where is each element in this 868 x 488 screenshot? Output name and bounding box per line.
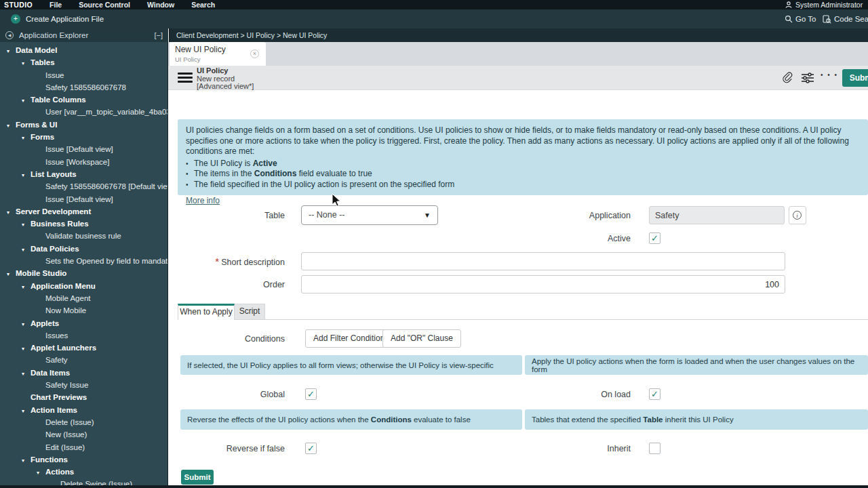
tree-item[interactable]: Validate business rule: [0, 230, 167, 242]
record-title: UI Policy New record [Advanced view*]: [197, 67, 254, 91]
tree-expand-icon[interactable]: ▾: [22, 319, 31, 329]
header-submit-button[interactable]: Submit: [842, 69, 868, 87]
active-checkbox[interactable]: ✓: [649, 232, 660, 244]
tree-expand-icon[interactable]: ▾: [22, 455, 31, 466]
tree-item[interactable]: Safety 1585586067678 [Default view]: [0, 180, 167, 192]
tree-expand-icon[interactable]: ▾: [22, 219, 31, 230]
tree-folder[interactable]: ▾Applets: [0, 317, 167, 329]
tree-folder[interactable]: ▾Applet Launchers: [0, 342, 167, 354]
tree-expand-icon[interactable]: ▾: [7, 45, 16, 56]
tree-expand-icon[interactable]: ▾: [7, 120, 16, 131]
bullet-icon: •: [186, 169, 189, 180]
tree-folder[interactable]: ▾Data Items: [0, 367, 167, 379]
more-info-link[interactable]: More info: [186, 196, 220, 207]
tree-item[interactable]: Now Mobile: [0, 304, 167, 317]
tree-folder[interactable]: ▾Business Rules: [0, 218, 167, 230]
inherit-checkbox[interactable]: [649, 443, 660, 454]
user-menu[interactable]: System Administrator: [785, 0, 863, 9]
tree-expand-icon[interactable]: ▾: [22, 132, 31, 143]
tree-item[interactable]: New (Issue): [0, 428, 167, 441]
tab-script[interactable]: Script: [235, 304, 265, 319]
tree-item[interactable]: Chart Previews: [0, 391, 167, 403]
tree-item[interactable]: Issue [Workspace]: [0, 156, 167, 168]
menu-file[interactable]: File: [50, 1, 62, 9]
tree-item-label: Issue [Default view]: [45, 145, 113, 153]
tree-folder[interactable]: ▾Server Development: [0, 205, 167, 218]
tree-item[interactable]: Issue [Default view]: [0, 193, 167, 205]
tree-expand-icon[interactable]: ▾: [22, 169, 31, 180]
info-icon: i: [793, 211, 802, 220]
table-select[interactable]: -- None -- ▼: [301, 205, 438, 225]
on-load-checkbox[interactable]: ✓: [649, 388, 660, 400]
tab-new-ui-policy[interactable]: New UI Policy UI Policy ×: [170, 42, 266, 66]
tree-folder[interactable]: ▾Mobile Studio: [0, 267, 167, 279]
tree-expand-icon[interactable]: ▾: [7, 207, 16, 218]
code-search-button[interactable]: Code Search: [823, 9, 868, 28]
document-tabstrip: New UI Policy UI Policy ×: [168, 42, 868, 66]
tree-expand-icon[interactable]: ▾: [22, 281, 31, 292]
tree-item[interactable]: Issues: [0, 329, 167, 342]
tree-folder[interactable]: ▾Data Policies: [0, 243, 167, 255]
tree-folder[interactable]: ▾Tables: [0, 56, 167, 68]
sliders-icon[interactable]: [800, 70, 815, 85]
tree-item-label: Safety 1585586067678 [Default view]: [45, 182, 167, 190]
tree-item-label: Chart Previews: [31, 393, 87, 401]
hamburger-menu-icon[interactable]: [178, 73, 193, 83]
tree-expand-icon[interactable]: ▾: [22, 368, 31, 379]
studio-window: STUDIO File Source Control Window Search…: [0, 0, 868, 488]
tree-folder[interactable]: ▾Data Model: [0, 44, 167, 56]
application-explorer-title: Application Explorer: [19, 31, 88, 39]
more-options-icon[interactable]: • • •: [821, 71, 838, 79]
info-bullet: •The items in the Conditions field evalu…: [186, 169, 860, 180]
tree-folder[interactable]: ▾Forms: [0, 131, 167, 143]
tree-item[interactable]: Issue [Default view]: [0, 143, 167, 155]
add-filter-condition-button[interactable]: Add Filter Condition: [305, 329, 393, 348]
application-field[interactable]: [649, 206, 785, 224]
tree-expand-icon[interactable]: ▾: [22, 343, 31, 354]
tree-item[interactable]: Edit (Issue): [0, 441, 167, 453]
create-application-file-button[interactable]: + Create Application File: [11, 9, 104, 28]
add-or-clause-button[interactable]: Add "OR" Clause: [382, 329, 461, 348]
tree-expand-icon[interactable]: ▾: [22, 95, 31, 106]
go-to-button[interactable]: Go To: [785, 9, 816, 28]
tree-expand-icon[interactable]: ▾: [37, 467, 45, 478]
reverse-if-false-checkbox[interactable]: ✓: [305, 443, 317, 454]
application-info-button[interactable]: i: [789, 206, 806, 224]
tree-item[interactable]: Sets the Opened by field to mandatory: [0, 255, 167, 267]
submit-button[interactable]: Submit: [181, 470, 214, 485]
tab-title: New UI Policy: [175, 45, 260, 54]
section-tab-divider: [178, 319, 868, 320]
paperclip-icon[interactable]: [780, 70, 795, 85]
tree-expand-icon[interactable]: ▾: [22, 244, 31, 255]
tree-expand-icon[interactable]: ▾: [22, 405, 31, 416]
close-icon[interactable]: ×: [250, 49, 259, 58]
tree-item[interactable]: Mobile Agent: [0, 292, 167, 304]
tree-folder[interactable]: ▾Action Items: [0, 404, 167, 416]
tree-item[interactable]: Safety: [0, 354, 167, 366]
tree-folder[interactable]: ▾Application Menu: [0, 280, 167, 292]
collapse-all-icon[interactable]: [−]: [154, 31, 163, 39]
tree-folder[interactable]: ▾Functions: [0, 453, 167, 466]
tree-item[interactable]: User [var__m_topic_variable_4ba038b923: [0, 106, 167, 118]
global-checkbox[interactable]: ✓: [305, 388, 317, 400]
tree-item[interactable]: Delete (Issue): [0, 416, 167, 428]
breadcrumb: Client Development > UI Policy > New UI …: [169, 28, 868, 42]
menu-window[interactable]: Window: [147, 1, 174, 9]
tree-folder[interactable]: ▾Forms & UI: [0, 119, 167, 131]
tree-item[interactable]: Safety 1585586067678: [0, 81, 167, 94]
tree-expand-icon[interactable]: ▾: [7, 268, 16, 279]
order-field[interactable]: [301, 275, 785, 293]
back-icon[interactable]: ◀: [5, 31, 14, 39]
menubar: STUDIO File Source Control Window Search…: [0, 0, 868, 9]
tree-folder[interactable]: ▾List Layouts: [0, 168, 167, 180]
tree-item-label: Data Items: [31, 369, 70, 377]
tree-folder[interactable]: ▾Actions: [0, 466, 167, 478]
menu-source-control[interactable]: Source Control: [79, 1, 130, 9]
tree-expand-icon[interactable]: ▾: [22, 58, 31, 68]
tree-item[interactable]: Safety Issue: [0, 379, 167, 391]
tree-folder[interactable]: ▾Table Columns: [0, 94, 167, 106]
short-description-field[interactable]: [301, 252, 785, 270]
menu-search[interactable]: Search: [191, 1, 215, 9]
tree-item[interactable]: Issue: [0, 69, 167, 81]
tab-when-to-apply[interactable]: When to Apply: [178, 304, 235, 320]
